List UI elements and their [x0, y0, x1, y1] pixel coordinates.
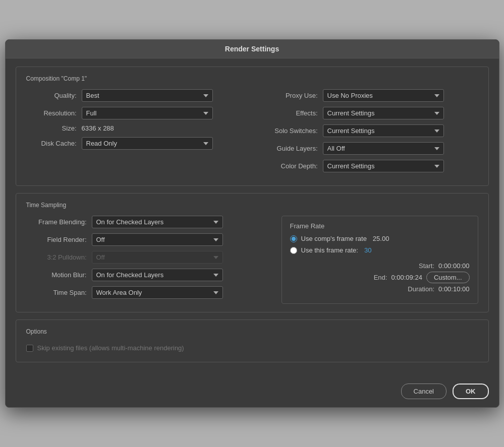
- proxy-use-select[interactable]: Use No Proxies Use All Proxies Use Comp …: [323, 89, 444, 102]
- guide-layers-label: Guide Layers:: [257, 145, 323, 152]
- skip-files-label: Skip existing files (allows multi-machin…: [37, 344, 184, 352]
- dialog-title: Render Settings: [6, 40, 499, 58]
- use-this-rate-value: 30: [364, 246, 371, 254]
- size-value: 6336 x 288: [82, 124, 114, 132]
- resolution-label: Resolution:: [26, 109, 82, 117]
- disk-cache-select[interactable]: Read Only Read/Write Off: [82, 137, 213, 150]
- effects-label: Effects:: [257, 109, 323, 117]
- proxy-use-row: Proxy Use: Use No Proxies Use All Proxie…: [257, 89, 478, 102]
- use-comp-rate-label: Use comp's frame rate: [301, 235, 367, 242]
- solo-switches-select[interactable]: Current Settings All Off: [323, 124, 444, 137]
- composition-section-title: Composition "Comp 1": [26, 75, 478, 82]
- size-label: Size:: [26, 124, 82, 132]
- start-label: Start:: [419, 262, 434, 270]
- disk-cache-row: Disk Cache: Read Only Read/Write Off: [26, 137, 247, 150]
- proxy-use-label: Proxy Use:: [257, 92, 323, 99]
- skip-files-checkbox[interactable]: [26, 345, 33, 352]
- dialog-footer: Cancel OK: [6, 377, 499, 407]
- frame-blending-label: Frame Blending:: [26, 218, 92, 226]
- quality-select[interactable]: Best Draft Wireframe: [82, 89, 213, 102]
- use-comp-rate-row: Use comp's frame rate 25.00: [290, 235, 470, 242]
- frame-rate-panel: Frame Rate Use comp's frame rate 25.00 U…: [282, 216, 478, 304]
- color-depth-select[interactable]: Current Settings 8 bpc 16 bpc 32 bpc: [323, 160, 444, 172]
- render-settings-dialog: Render Settings Composition "Comp 1" Qua…: [5, 39, 499, 408]
- cancel-button[interactable]: Cancel: [401, 384, 446, 399]
- options-section: Options Skip existing files (allows mult…: [16, 320, 489, 362]
- end-row: End: 0:00:09:24 Custom...: [290, 272, 470, 283]
- use-comp-rate-value: 25.00: [373, 235, 389, 242]
- solo-switches-label: Solo Switches:: [257, 127, 323, 135]
- field-render-label: Field Render:: [26, 236, 92, 243]
- custom-button[interactable]: Custom...: [426, 272, 470, 283]
- time-span-row: Time Span: Work Area Only Length of Comp…: [26, 286, 271, 299]
- field-render-row: Field Render: Off Upper First Lower Firs…: [26, 233, 271, 246]
- use-comp-rate-radio[interactable]: [290, 235, 297, 242]
- motion-blur-label: Motion Blur:: [26, 271, 92, 279]
- composition-section: Composition "Comp 1" Quality: Best Draft…: [16, 67, 489, 186]
- field-render-select[interactable]: Off Upper First Lower First: [92, 233, 223, 246]
- use-this-rate-radio[interactable]: [290, 247, 297, 254]
- effects-row: Effects: Current Settings All On All Off: [257, 107, 478, 119]
- options-title: Options: [26, 328, 478, 335]
- duration-value: 0:00:10:00: [438, 285, 469, 293]
- time-span-select[interactable]: Work Area Only Length of Comp Custom: [92, 286, 223, 299]
- disk-cache-label: Disk Cache:: [26, 140, 82, 147]
- motion-blur-select[interactable]: On for Checked Layers All On All Off: [92, 269, 223, 281]
- solo-switches-row: Solo Switches: Current Settings All Off: [257, 124, 478, 137]
- skip-files-row: Skip existing files (allows multi-machin…: [26, 342, 478, 354]
- frame-blending-select[interactable]: On for Checked Layers All On All Off: [92, 216, 223, 228]
- color-depth-label: Color Depth:: [257, 162, 323, 170]
- use-this-rate-row: Use this frame rate: 30: [290, 246, 470, 254]
- guide-layers-select[interactable]: All Off All On Current Settings: [323, 142, 444, 155]
- time-sampling-title: Time Sampling: [26, 202, 478, 209]
- quality-label: Quality:: [26, 92, 82, 99]
- resolution-row: Resolution: Full Half Third Quarter Cust…: [26, 107, 247, 119]
- ok-button[interactable]: OK: [453, 384, 489, 399]
- start-row: Start: 0:00:00:00: [290, 262, 470, 270]
- size-row: Size: 6336 x 288: [26, 124, 247, 132]
- duration-row: Duration: 0:00:10:00: [290, 285, 470, 293]
- resolution-select[interactable]: Full Half Third Quarter Custom: [82, 107, 213, 119]
- pulldown-label: 3:2 Pulldown:: [26, 253, 92, 261]
- frame-rate-title: Frame Rate: [290, 222, 470, 230]
- pulldown-row: 3:2 Pulldown: Off: [26, 251, 271, 264]
- quality-row: Quality: Best Draft Wireframe: [26, 89, 247, 102]
- end-label: End:: [374, 274, 387, 281]
- end-value: 0:00:09:24: [391, 274, 422, 281]
- time-span-label: Time Span:: [26, 289, 92, 296]
- frame-blending-row: Frame Blending: On for Checked Layers Al…: [26, 216, 271, 228]
- guide-layers-row: Guide Layers: All Off All On Current Set…: [257, 142, 478, 155]
- duration-label: Duration:: [408, 285, 434, 293]
- start-value: 0:00:00:00: [438, 262, 469, 270]
- use-this-rate-label: Use this frame rate:: [301, 246, 358, 254]
- time-sampling-section: Time Sampling Frame Blending: On for Che…: [16, 193, 489, 312]
- color-depth-row: Color Depth: Current Settings 8 bpc 16 b…: [257, 160, 478, 172]
- pulldown-select[interactable]: Off: [92, 251, 223, 264]
- motion-blur-row: Motion Blur: On for Checked Layers All O…: [26, 269, 271, 281]
- effects-select[interactable]: Current Settings All On All Off: [323, 107, 444, 119]
